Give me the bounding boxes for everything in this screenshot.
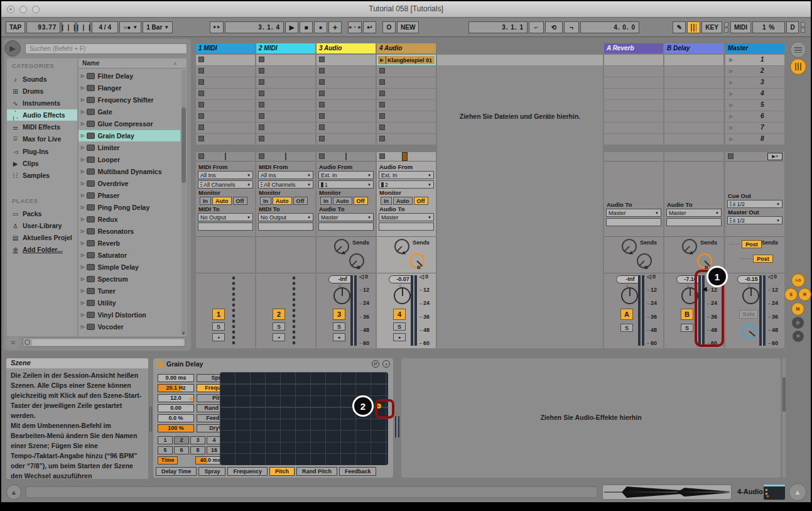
sidebar-item-packs[interactable]: ▭Packs: [7, 208, 77, 219]
clip-slot[interactable]: [256, 134, 315, 145]
output-channel-chooser[interactable]: [198, 223, 253, 231]
clip-slot[interactable]: [377, 89, 436, 99]
monitor-off-button[interactable]: Off: [414, 197, 428, 205]
output-type-chooser[interactable]: Master▼: [379, 213, 434, 221]
cue-out-chooser[interactable]: ii 1/2▼: [727, 200, 782, 208]
info-view-toggle-icon[interactable]: ▲: [6, 485, 21, 500]
show-sends-button[interactable]: S: [784, 288, 798, 301]
list-item[interactable]: ▷Flanger: [78, 82, 180, 94]
list-item[interactable]: ▷Glue Compressor: [78, 118, 180, 129]
list-item[interactable]: ▷Phaser: [78, 190, 180, 201]
fold-triangle-icon[interactable]: ▷: [81, 288, 84, 294]
clip-slot[interactable]: [377, 77, 436, 88]
monitor-in-button[interactable]: In: [320, 197, 332, 205]
overview-toggle-icon[interactable]: [790, 41, 806, 58]
list-item-selected[interactable]: ▷Grain Delay: [78, 130, 180, 141]
fold-triangle-icon[interactable]: ▷: [81, 229, 84, 234]
list-item[interactable]: ▷Tuner: [78, 285, 180, 297]
track-header[interactable]: 3 Audio: [317, 43, 376, 53]
show-mixer-button[interactable]: M: [791, 302, 804, 316]
clip-slot[interactable]: [317, 89, 376, 99]
show-io-button[interactable]: I-O: [791, 273, 805, 287]
preview-toggle-icon[interactable]: ≈: [6, 336, 20, 349]
list-item[interactable]: ▷Looper: [78, 154, 180, 165]
clip-slot[interactable]: [317, 77, 376, 88]
list-header[interactable]: Name▲: [78, 58, 187, 69]
clip-slot[interactable]: [317, 100, 376, 111]
clip-slot[interactable]: [256, 123, 315, 133]
clip-stop-row[interactable]: [377, 152, 436, 162]
tab-pitch[interactable]: Pitch: [269, 467, 295, 476]
play-button[interactable]: ▶: [285, 21, 298, 33]
return-activator-button[interactable]: B: [681, 309, 693, 320]
tab-feedback[interactable]: Feedback: [339, 467, 377, 476]
monitor-in-button[interactable]: In: [200, 197, 211, 205]
clip-slot[interactable]: [317, 111, 376, 122]
clip-slot[interactable]: [256, 55, 315, 65]
sidebar-item-max-for-live[interactable]: ⌸Max for Live: [7, 133, 77, 145]
show-device-view-icon[interactable]: ▲: [789, 483, 806, 501]
time-signature-field[interactable]: 4 / 4: [92, 21, 118, 33]
panel-splitter-handle[interactable]: [149, 407, 153, 432]
save-preset-icon[interactable]: ▪: [382, 360, 390, 368]
output-channel-chooser[interactable]: [606, 218, 661, 226]
sidebar-item-samples[interactable]: ᎒᎒Samples: [7, 170, 77, 181]
input-type-chooser[interactable]: Ext. In▼: [318, 171, 374, 179]
output-channel-chooser[interactable]: [258, 223, 313, 231]
fold-triangle-icon[interactable]: ▷: [81, 133, 84, 138]
list-item[interactable]: ▷Multiband Dynamics: [78, 166, 180, 177]
clip-slot[interactable]: [196, 89, 255, 99]
monitor-in-button[interactable]: In: [260, 197, 271, 205]
send-b-pre-post-toggle[interactable]: Post: [753, 255, 773, 263]
browser-collapse-icon[interactable]: ▶: [4, 40, 21, 57]
arm-button[interactable]: ●: [333, 333, 345, 341]
monitor-off-button[interactable]: Off: [233, 197, 247, 205]
clip-slot[interactable]: [256, 89, 315, 99]
list-item[interactable]: ▷Vocoder: [78, 321, 180, 332]
track-header[interactable]: 2 MIDI: [256, 43, 315, 53]
sidebar-item-instruments[interactable]: ∿Instruments: [7, 97, 77, 109]
overdub-button[interactable]: +: [328, 21, 342, 33]
list-item[interactable]: ▷Reverb: [78, 238, 180, 249]
clip-slot[interactable]: [196, 100, 255, 111]
new-button[interactable]: NEW: [397, 21, 419, 33]
clip-stop-row[interactable]: [196, 152, 255, 162]
beat-division-button[interactable]: 5: [158, 446, 173, 454]
key-map-button[interactable]: KEY: [701, 21, 722, 33]
input-channel-chooser[interactable]: All Channels▼: [258, 180, 313, 189]
fold-triangle-icon[interactable]: ▷: [81, 181, 84, 186]
track-activator-button[interactable]: 3: [333, 309, 345, 320]
session-view-toggle-icon[interactable]: [790, 58, 806, 75]
loop-start-field[interactable]: 3. 1. 1: [468, 21, 528, 33]
clip-slot[interactable]: [196, 66, 255, 77]
track-activator-button[interactable]: 1: [212, 309, 225, 320]
sidebar-item-current-project[interactable]: ▤Aktuelles Projel: [7, 232, 77, 243]
clip-play-icon[interactable]: ▶: [378, 56, 386, 64]
punch-out-icon[interactable]: ¬: [564, 21, 579, 33]
sidebar-item-sounds[interactable]: ♪Sounds: [7, 74, 77, 85]
arm-button[interactable]: ●: [393, 333, 406, 341]
list-item[interactable]: ▷Filter Delay: [78, 70, 180, 82]
list-item[interactable]: ▷Simple Delay: [78, 261, 180, 273]
beat-division-button[interactable]: 1: [158, 436, 173, 444]
pan-knob[interactable]: [742, 287, 759, 304]
clip-slot[interactable]: [256, 66, 315, 77]
scene-slot[interactable]: ▶8: [725, 134, 784, 145]
clip-slot[interactable]: [377, 66, 436, 77]
pan-knob[interactable]: [621, 287, 638, 304]
list-item[interactable]: ▷Gate: [78, 106, 180, 118]
list-item[interactable]: ▷Saturator: [78, 250, 180, 261]
device-thumbnail[interactable]: [764, 485, 785, 500]
track-activator-button[interactable]: 2: [273, 309, 285, 320]
master-out-chooser[interactable]: ii 1/2▼: [727, 216, 782, 224]
output-type-chooser[interactable]: No Output▼: [258, 213, 313, 221]
sidebar-item-midi-effects[interactable]: ⚌MIDI Effects: [7, 121, 77, 133]
sidebar-item-audio-effects[interactable]: ᛫❘᛫Audio Effects: [7, 109, 77, 121]
clip-slot[interactable]: [377, 111, 436, 122]
input-channel-chooser[interactable]: 1▼: [318, 180, 374, 189]
list-item[interactable]: ▷Ping Pong Delay: [78, 202, 180, 213]
clip-slot[interactable]: [317, 55, 376, 65]
input-type-chooser[interactable]: Ext. In▼: [379, 171, 434, 179]
monitor-auto-button[interactable]: Auto: [212, 197, 232, 205]
search-input[interactable]: [25, 43, 187, 54]
